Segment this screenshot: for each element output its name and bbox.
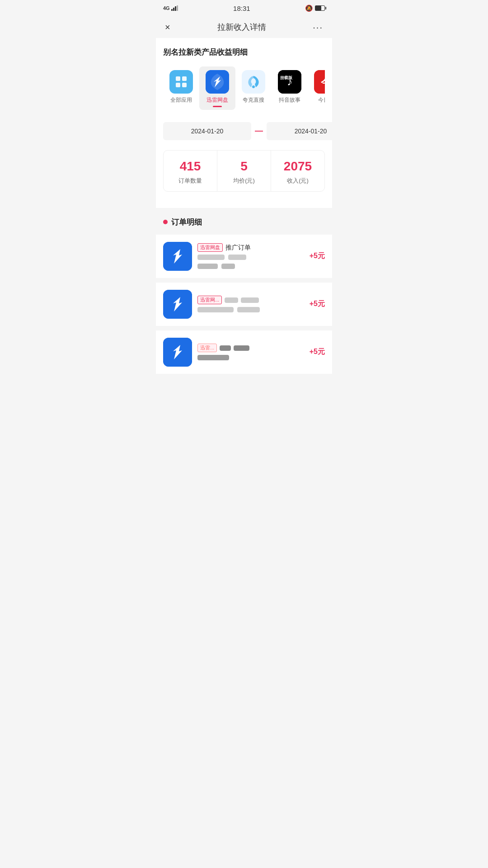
jinri-icon: 今 bbox=[314, 70, 325, 94]
svg-rect-3 bbox=[177, 5, 178, 11]
close-button[interactable]: × bbox=[165, 22, 170, 33]
more-button[interactable]: ··· bbox=[313, 22, 323, 33]
order-app-icon bbox=[163, 242, 192, 271]
app-tabs: 全部应用 迅雷网盘 夸克直搜 bbox=[163, 66, 325, 112]
tab-kuake-label: 夸克直搜 bbox=[243, 96, 264, 104]
status-bar: 4G 18:31 🔕 bbox=[156, 0, 332, 16]
order-info: 迅雷网... bbox=[197, 296, 304, 312]
order-list: 迅雷网盘 推广订单 +5元 bbox=[156, 235, 332, 378]
tab-xunlei-label: 迅雷网盘 bbox=[206, 96, 228, 104]
stat-order-count-value: 415 bbox=[180, 159, 201, 174]
kuake-icon bbox=[242, 70, 265, 94]
order-amount: +5元 bbox=[310, 347, 325, 357]
blurred-tag-1 bbox=[225, 297, 238, 303]
blurred-text-4 bbox=[221, 264, 235, 269]
tab-all-apps[interactable]: 全部应用 bbox=[163, 66, 199, 110]
tab-douyin[interactable]: ♪ 挂载版 抖音故事 bbox=[272, 66, 308, 110]
active-tab-indicator bbox=[213, 106, 222, 107]
order-top-row: 迅雷网盘 推广订单 bbox=[197, 243, 304, 252]
blurred-tag-4 bbox=[234, 345, 249, 351]
page-title: 拉新收入详情 bbox=[217, 22, 266, 33]
order-section: 订单明细 迅雷网盘 推广订单 bbox=[156, 208, 332, 378]
tab-xunlei[interactable]: 迅雷网盘 bbox=[199, 66, 235, 110]
section-dot bbox=[163, 220, 168, 224]
stat-avg-price-label: 均价(元) bbox=[233, 177, 255, 185]
stat-order-count: 415 订单数量 bbox=[164, 151, 217, 191]
svg-rect-2 bbox=[175, 6, 176, 11]
svg-point-9 bbox=[252, 85, 255, 88]
blurred-text-7 bbox=[197, 355, 229, 360]
order-blurred-row-2 bbox=[197, 262, 304, 269]
tab-jinri[interactable]: 今 今日... bbox=[308, 66, 325, 110]
stat-avg-price-value: 5 bbox=[240, 159, 248, 174]
stat-revenue: 2075 收入(元) bbox=[271, 151, 324, 191]
stat-order-count-label: 订单数量 bbox=[178, 177, 202, 185]
start-date-input[interactable] bbox=[163, 122, 251, 140]
svg-rect-1 bbox=[173, 8, 174, 11]
battery-icon bbox=[315, 5, 325, 11]
order-amount: +5元 bbox=[310, 251, 325, 261]
blurred-text-1 bbox=[197, 255, 225, 260]
top-nav: × 拉新收入详情 ··· bbox=[156, 16, 332, 38]
date-filter: — 查询 bbox=[163, 121, 325, 141]
blurred-text-5 bbox=[197, 307, 234, 312]
order-item[interactable]: 迅雷网... +5元 bbox=[156, 283, 332, 326]
svg-rect-0 bbox=[171, 9, 173, 11]
tab-all-apps-label: 全部应用 bbox=[170, 96, 192, 104]
order-info: 迅雷网盘 推广订单 bbox=[197, 243, 304, 269]
stat-avg-price: 5 均价(元) bbox=[217, 151, 271, 191]
svg-rect-6 bbox=[176, 83, 180, 87]
tab-kuake[interactable]: 夸克直搜 bbox=[235, 66, 272, 110]
order-info: 迅雷... bbox=[197, 344, 304, 360]
bell-icon: 🔕 bbox=[305, 5, 313, 12]
svg-text:今: 今 bbox=[321, 76, 325, 88]
order-item[interactable]: 迅雷网盘 推广订单 +5元 bbox=[156, 235, 332, 278]
order-blurred-row-3 bbox=[197, 307, 304, 312]
svg-rect-5 bbox=[182, 76, 187, 81]
order-app-icon bbox=[163, 338, 192, 367]
blurred-text-3 bbox=[197, 264, 218, 269]
douyin-icon: ♪ 挂载版 bbox=[278, 70, 301, 94]
svg-text:挂载版: 挂载版 bbox=[280, 75, 293, 80]
svg-rect-7 bbox=[182, 83, 187, 87]
signal-text: 4G bbox=[163, 5, 170, 11]
tab-douyin-label: 抖音故事 bbox=[279, 96, 300, 104]
all-apps-icon bbox=[169, 70, 193, 94]
section-title: 别名拉新类产品收益明细 bbox=[163, 47, 325, 57]
order-title: 推广订单 bbox=[225, 244, 251, 252]
order-blurred-row-4 bbox=[197, 355, 304, 360]
tab-jinri-label: 今日... bbox=[318, 96, 325, 104]
stats-row: 415 订单数量 5 均价(元) 2075 收入(元) bbox=[163, 150, 325, 192]
order-section-title: 订单明细 bbox=[171, 217, 202, 227]
blurred-tag-2 bbox=[241, 297, 259, 303]
order-app-tag: 迅雷网盘 bbox=[197, 243, 223, 252]
status-time: 18:31 bbox=[233, 5, 250, 12]
order-blurred-row-1 bbox=[197, 255, 304, 260]
order-app-tag: 迅雷网... bbox=[197, 296, 222, 304]
order-app-icon bbox=[163, 290, 192, 319]
blurred-text-6 bbox=[237, 307, 260, 312]
order-app-tag: 迅雷... bbox=[197, 344, 217, 352]
blurred-tag-3 bbox=[220, 345, 231, 351]
status-icons: 🔕 bbox=[305, 5, 325, 12]
xunlei-icon bbox=[206, 70, 229, 94]
blurred-text-2 bbox=[228, 255, 246, 260]
main-content: 别名拉新类产品收益明细 全部应用 bbox=[156, 38, 332, 208]
end-date-input[interactable] bbox=[267, 122, 332, 140]
signal-bars-icon bbox=[171, 5, 178, 11]
order-amount: +5元 bbox=[310, 299, 325, 309]
order-item[interactable]: 迅雷... +5元 bbox=[156, 330, 332, 374]
order-top-row: 迅雷网... bbox=[197, 296, 304, 304]
order-section-header: 订单明细 bbox=[156, 208, 332, 235]
signal-indicator: 4G bbox=[163, 5, 178, 11]
stat-revenue-label: 收入(元) bbox=[287, 177, 309, 185]
stat-revenue-value: 2075 bbox=[284, 159, 312, 174]
date-separator: — bbox=[255, 126, 263, 136]
svg-rect-4 bbox=[176, 76, 180, 81]
order-top-row: 迅雷... bbox=[197, 344, 304, 352]
